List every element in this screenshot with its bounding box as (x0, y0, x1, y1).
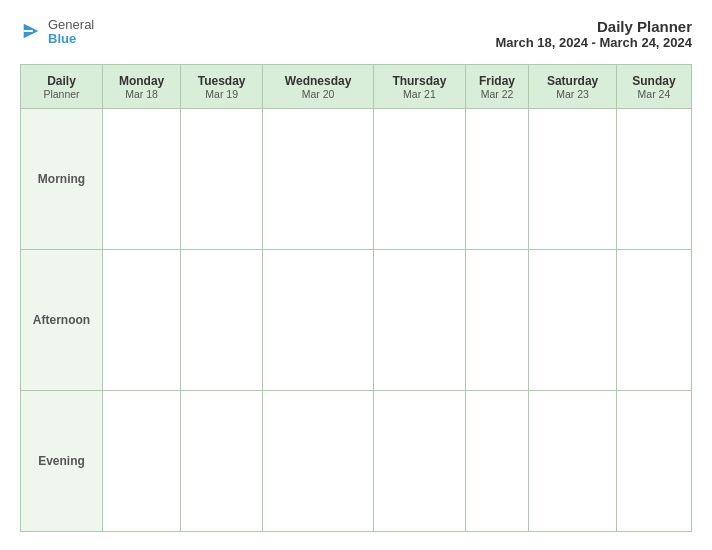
row-label-morning: Morning (21, 109, 103, 250)
logo-general: General (48, 18, 94, 32)
cell-morning-friday[interactable] (465, 109, 529, 250)
header: General Blue Daily Planner March 18, 202… (20, 18, 692, 50)
cell-evening-thursday[interactable] (374, 391, 466, 532)
cell-morning-monday[interactable] (103, 109, 181, 250)
cell-afternoon-saturday[interactable] (529, 250, 617, 391)
cell-afternoon-thursday[interactable] (374, 250, 466, 391)
planner-table: Daily Planner Monday Mar 18 Tuesday Mar … (20, 64, 692, 532)
logo-area: General Blue (20, 18, 94, 47)
cell-morning-tuesday[interactable] (181, 109, 263, 250)
table-row-afternoon: Afternoon (21, 250, 692, 391)
cell-afternoon-wednesday[interactable] (263, 250, 374, 391)
table-row-morning: Morning (21, 109, 692, 250)
cell-morning-thursday[interactable] (374, 109, 466, 250)
column-header-sunday: Sunday Mar 24 (616, 65, 691, 109)
column-header-friday: Friday Mar 22 (465, 65, 529, 109)
general-blue-icon (20, 20, 42, 42)
cell-morning-sunday[interactable] (616, 109, 691, 250)
cell-afternoon-friday[interactable] (465, 250, 529, 391)
svg-rect-1 (24, 30, 33, 32)
logo-blue: Blue (48, 32, 94, 46)
cell-evening-saturday[interactable] (529, 391, 617, 532)
table-row-evening: Evening (21, 391, 692, 532)
column-header-saturday: Saturday Mar 23 (529, 65, 617, 109)
planner-title: Daily Planner (495, 18, 692, 35)
row-label-afternoon: Afternoon (21, 250, 103, 391)
label-planner: Planner (23, 88, 100, 100)
label-daily: Daily (23, 74, 100, 88)
cell-afternoon-tuesday[interactable] (181, 250, 263, 391)
page: General Blue Daily Planner March 18, 202… (0, 0, 712, 550)
title-area: Daily Planner March 18, 2024 - March 24,… (495, 18, 692, 50)
cell-evening-monday[interactable] (103, 391, 181, 532)
logo-text: General Blue (48, 18, 94, 47)
column-header-wednesday: Wednesday Mar 20 (263, 65, 374, 109)
row-label-evening: Evening (21, 391, 103, 532)
column-header-thursday: Thursday Mar 21 (374, 65, 466, 109)
table-header-row: Daily Planner Monday Mar 18 Tuesday Mar … (21, 65, 692, 109)
cell-afternoon-sunday[interactable] (616, 250, 691, 391)
cell-afternoon-monday[interactable] (103, 250, 181, 391)
column-header-label: Daily Planner (21, 65, 103, 109)
column-header-tuesday: Tuesday Mar 19 (181, 65, 263, 109)
cell-morning-wednesday[interactable] (263, 109, 374, 250)
cell-morning-saturday[interactable] (529, 109, 617, 250)
planner-date-range: March 18, 2024 - March 24, 2024 (495, 35, 692, 50)
column-header-monday: Monday Mar 18 (103, 65, 181, 109)
cell-evening-tuesday[interactable] (181, 391, 263, 532)
cell-evening-wednesday[interactable] (263, 391, 374, 532)
cell-evening-friday[interactable] (465, 391, 529, 532)
cell-evening-sunday[interactable] (616, 391, 691, 532)
